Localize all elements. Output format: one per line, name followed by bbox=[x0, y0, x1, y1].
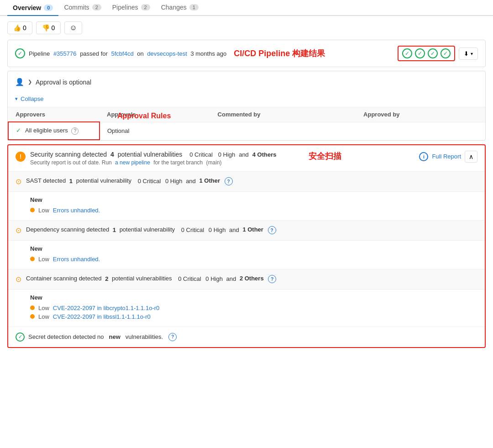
sec-count: 4 bbox=[110, 151, 114, 158]
sast-prefix: SAST detected bbox=[26, 178, 66, 184]
dep-vuln-group: New Low Errors unhandled. bbox=[8, 240, 485, 269]
secret-detection-row: ✓ Secret detection detected no new vulne… bbox=[8, 327, 485, 347]
tab-overview[interactable]: Overview 0 bbox=[7, 0, 58, 16]
dep-others: 1 Other bbox=[242, 227, 263, 233]
sast-help-icon[interactable]: ? bbox=[225, 177, 233, 185]
cont-help-icon[interactable]: ? bbox=[268, 275, 276, 283]
security-title-row: Security scanning detected 4 potential v… bbox=[30, 151, 277, 158]
table-row: ✓ All eligible users ? Optional bbox=[8, 122, 485, 140]
warning-icon: ! bbox=[16, 152, 26, 162]
cont-suffix: potential vulnerabilities bbox=[112, 275, 172, 282]
approval-chevron-icon: ❯ bbox=[28, 79, 32, 85]
emoji-button[interactable]: ☺ bbox=[64, 21, 82, 34]
sast-vuln-link[interactable]: Errors unhandled. bbox=[53, 207, 100, 214]
dep-vuln-item-0: Low Errors unhandled. bbox=[30, 256, 477, 263]
cont-vuln-link-0[interactable]: CVE-2022-2097 in libcrypto1.1-1.1.1o-r0 bbox=[53, 305, 159, 311]
cont-group-label: New bbox=[30, 294, 477, 301]
sast-high: 0 High bbox=[165, 178, 183, 184]
approval-table-wrapper: Approval Rules Approvers Approvals Comme… bbox=[8, 107, 485, 140]
secret-success-icon: ✓ bbox=[16, 332, 25, 342]
pipeline-check-3: ✓ bbox=[428, 48, 438, 58]
sec-sub-prefix: Security report is out of date. Run bbox=[30, 159, 112, 166]
pipeline-time: 3 months ago bbox=[190, 50, 226, 57]
eligible-users-text: All eligible users bbox=[25, 127, 68, 134]
tab-pipelines[interactable]: Pipelines 2 bbox=[107, 0, 156, 16]
sast-suffix: potential vulnerability bbox=[76, 178, 131, 184]
secret-suffix: vulnerabilities. bbox=[126, 333, 163, 340]
tab-changes[interactable]: Changes 1 bbox=[156, 0, 204, 16]
pipeline-info: ✓ Pipeline #355776 passed for 5fcbf4cd o… bbox=[15, 48, 398, 59]
info-icon-circle: i bbox=[419, 152, 428, 161]
container-header: ⊙ Container scanning detected 2 potentia… bbox=[8, 269, 485, 289]
sast-header: ⊙ SAST detected 1 potential vulnerabilit… bbox=[8, 172, 485, 191]
secret-help-icon[interactable]: ? bbox=[168, 333, 177, 341]
cont-and: and bbox=[226, 275, 236, 282]
cont-high: 0 High bbox=[205, 275, 223, 282]
cont-vuln-item-1: Low CVE-2022-2097 in libssl1.1-1.1.1o-r0 bbox=[30, 313, 477, 320]
cicd-label: CI/CD Pipeline 构建结果 bbox=[234, 48, 325, 59]
sast-count: 1 bbox=[69, 178, 73, 184]
emoji-icon: ☺ bbox=[69, 24, 77, 32]
download-icon: ⬇ bbox=[464, 50, 469, 57]
cont-severity-1: Low bbox=[38, 313, 49, 320]
collapse-arrow-icon: ▾ bbox=[15, 96, 18, 102]
dep-title: Dependency scanning detected 1 potential… bbox=[26, 226, 276, 234]
new-pipeline-link[interactable]: a new pipeline bbox=[115, 159, 150, 166]
pipeline-success-icon: ✓ bbox=[15, 48, 25, 58]
collapse-security-button[interactable]: ∧ bbox=[465, 151, 477, 163]
chinese-scan-label: 安全扫描 bbox=[309, 151, 341, 162]
thumbs-down-count: 0 bbox=[52, 24, 55, 32]
sast-and: and bbox=[186, 178, 196, 184]
pipeline-number[interactable]: #355776 bbox=[53, 50, 77, 57]
sec-others: 4 Others bbox=[252, 151, 277, 158]
dep-and: and bbox=[229, 227, 239, 233]
sec-sub-suffix: for the target branch bbox=[153, 159, 203, 166]
pipeline-text: Pipeline #355776 passed for 5fcbf4cd on … bbox=[29, 50, 226, 57]
approved-cell bbox=[356, 122, 485, 140]
full-report-link[interactable]: Full Report bbox=[432, 153, 461, 160]
cont-vuln-link-1[interactable]: CVE-2022-2097 in libssl1.1-1.1.1o-r0 bbox=[53, 313, 151, 320]
dep-high: 0 High bbox=[209, 227, 226, 233]
thumbs-down-button[interactable]: 👎 0 bbox=[36, 21, 61, 34]
col-approvers: Approvers bbox=[8, 107, 100, 122]
approval-section: 👤 ❯ Approval is optional ▾ Collapse Appr… bbox=[7, 71, 486, 141]
sast-dot-icon bbox=[30, 208, 35, 212]
security-header-right: i Full Report ∧ bbox=[419, 151, 477, 163]
dep-help-icon[interactable]: ? bbox=[268, 226, 276, 234]
help-icon[interactable]: ? bbox=[71, 127, 79, 135]
tabs-bar: Overview 0 Commits 2 Pipelines 2 Changes… bbox=[0, 0, 493, 16]
dep-warning-icon: ⊙ bbox=[16, 226, 21, 235]
pipeline-commit[interactable]: 5fcbf4cd bbox=[111, 50, 133, 57]
sec-title-prefix: Security scanning detected bbox=[30, 151, 107, 158]
dep-dot-icon bbox=[30, 257, 35, 261]
collapse-row[interactable]: ▾ Collapse bbox=[8, 93, 485, 107]
secret-bold: new bbox=[109, 333, 121, 340]
cont-dot-icon-0 bbox=[30, 306, 35, 310]
check-mark-icon: ✓ bbox=[16, 127, 21, 134]
sec-title-suffix: potential vulnerabilities bbox=[118, 151, 183, 158]
secret-prefix: Secret detection detected no bbox=[28, 333, 104, 340]
pipeline-actions: ✓ ✓ ✓ ✓ ⬇ ▾ bbox=[398, 46, 478, 61]
tab-commits-badge: 2 bbox=[92, 4, 101, 11]
pipeline-branch[interactable]: devsecops-test bbox=[147, 50, 187, 57]
thumbs-up-button[interactable]: 👍 0 bbox=[7, 21, 32, 34]
cont-count: 2 bbox=[105, 275, 108, 282]
download-button[interactable]: ⬇ ▾ bbox=[459, 47, 478, 60]
col-commented: Commented by bbox=[210, 107, 357, 122]
sast-severity: Low bbox=[38, 207, 49, 214]
sec-and: and bbox=[239, 151, 249, 158]
commented-cell bbox=[210, 122, 357, 140]
tab-commits[interactable]: Commits 2 bbox=[58, 0, 106, 16]
dependency-header: ⊙ Dependency scanning detected 1 potenti… bbox=[8, 221, 485, 240]
cont-prefix: Container scanning detected bbox=[26, 275, 102, 282]
dep-group-label: New bbox=[30, 245, 477, 252]
sast-title: SAST detected 1 potential vulnerability … bbox=[26, 177, 233, 185]
dep-vuln-link[interactable]: Errors unhandled. bbox=[53, 256, 100, 263]
approval-header: 👤 ❯ Approval is optional bbox=[8, 71, 485, 93]
sec-high: 0 High bbox=[218, 151, 236, 158]
thumbs-up-icon: 👍 bbox=[13, 24, 21, 32]
pipeline-word: Pipeline bbox=[29, 50, 50, 57]
sast-vuln-item-0: Low Errors unhandled. bbox=[30, 207, 477, 214]
security-header: ! Security scanning detected 4 potential… bbox=[8, 145, 485, 172]
person-icon: 👤 bbox=[15, 78, 24, 86]
